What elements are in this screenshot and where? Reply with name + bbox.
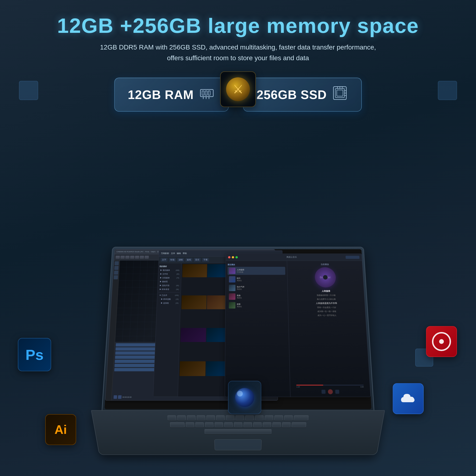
cloud-icon — [393, 383, 424, 414]
category-folder: ▶ 文件夹 (80) — [159, 272, 180, 276]
photoshop-icon: Ps — [18, 338, 51, 371]
music-list-item: 告白气球 周杰伦 — [227, 284, 286, 292]
music-content: 最近播放 人间值得 中岛美嘉 晴 — [225, 261, 370, 397]
toolbar-btn-wide — [135, 255, 139, 259]
key — [167, 415, 176, 420]
search-bar — [346, 255, 360, 259]
ps-logo-text: Ps — [25, 346, 44, 363]
key-row-1 — [100, 415, 376, 420]
lol-orb: ⚔ — [226, 77, 250, 101]
track-info: 告白气球 周杰伦 — [237, 286, 284, 290]
key — [255, 415, 263, 420]
subtitle-btn: 字幕 — [202, 258, 209, 262]
lyrics-panel: 我愿做你怀里一只小猫 偷入你梦中小小的心跳 人间值得是因为不学乖 而有一天会遇见… — [290, 293, 367, 385]
lyric-line: 成为一心一意守护的人 — [291, 313, 363, 318]
toolbar-btn — [116, 255, 120, 259]
key — [234, 422, 242, 427]
music-title-bar-text: 网易云音乐 — [239, 256, 344, 259]
lyric-line: 我愿做你怀里一只小猫 — [290, 293, 362, 297]
track-info: 晴天 周杰伦 — [237, 277, 284, 282]
album-header: 当前播放 — [289, 263, 360, 266]
key — [216, 415, 225, 420]
lyric-line-active: 人间值得是因为不学乖 — [290, 301, 362, 305]
play-pause-btn — [328, 389, 333, 394]
key — [253, 422, 262, 427]
music-cover: Graceful — [314, 267, 336, 288]
current-track-title: 人间值得 — [322, 290, 330, 292]
illustrator-icon: Ai — [45, 414, 76, 445]
music-list-item: 稻香 周杰伦 — [227, 301, 286, 309]
album-art — [229, 302, 235, 308]
key — [245, 415, 254, 420]
key — [274, 415, 283, 420]
key-space — [204, 429, 271, 434]
music-player: 当前播放 Graceful 人间值得 我愿做你怀里一只小猫 偷入你梦中小小的心跳… — [287, 261, 371, 397]
toolbar-btn — [144, 255, 149, 259]
music-titlebar: 网易云音乐 — [226, 254, 362, 261]
track-title: 告白气球 — [237, 286, 284, 288]
key-row-3 — [102, 429, 374, 434]
ssd-label: 256GB SSD — [256, 87, 327, 102]
key — [262, 422, 271, 427]
category-photo: ▶ 素材照 — [159, 280, 180, 284]
svg-rect-3 — [208, 91, 210, 95]
track-info: 人间值得 中岛美嘉 — [237, 269, 284, 273]
track-artist: 周杰伦 — [237, 297, 284, 299]
progress-fill — [296, 385, 323, 386]
music-btn: 音乐 — [194, 258, 201, 262]
key — [265, 415, 273, 420]
trackpad — [214, 439, 262, 450]
key — [186, 422, 194, 427]
cinema-title-text: CINEMA 4D R18/R20 Studio (RC - R19) · Ob… — [116, 251, 161, 253]
ai-logo-text: Ai — [54, 423, 67, 437]
category-sub1: ▶ 样本选集 (29) — [158, 297, 179, 301]
key — [284, 415, 293, 420]
lyric-line: 偷入你梦中小小的心跳 — [290, 297, 362, 301]
svg-rect-9 — [337, 90, 343, 96]
key — [195, 422, 204, 427]
netease-inner — [439, 339, 444, 344]
playback-controls — [321, 389, 339, 394]
key-row-2 — [101, 422, 375, 427]
netease-circle — [432, 332, 451, 351]
music-sidebar: 最近播放 人间值得 中岛美嘉 晴 — [225, 261, 290, 397]
music-list-item: 晴天 周杰伦 — [227, 275, 286, 284]
album-art — [229, 285, 236, 291]
prev-btn — [321, 390, 325, 394]
ram-card: 12GB RAM — [114, 78, 229, 112]
svg-rect-1 — [202, 91, 204, 95]
thumb — [180, 328, 206, 342]
key — [224, 422, 233, 427]
subtitle-line2: offers sufficient room to store your fil… — [167, 54, 309, 62]
lyric-line: 成为我一生一段一首歌 — [290, 309, 363, 313]
time-labels: 1:15 3:20 — [296, 386, 364, 388]
stop-btn — [118, 395, 122, 399]
play-btn — [114, 395, 117, 399]
key — [177, 415, 186, 420]
category-local: ▶ 项目媒体 (888) — [159, 269, 180, 272]
next-btn — [335, 390, 339, 394]
ram-icon — [199, 85, 215, 104]
ram-label: 12GB RAM — [128, 87, 194, 102]
key — [226, 415, 235, 420]
track-title: 夜曲 — [237, 294, 284, 297]
toolbar-btn — [125, 255, 130, 259]
lyric-line: 而有一天会遇见一个好 — [290, 306, 363, 310]
ssd-icon — [332, 85, 348, 104]
subtitle: 12GB DDR5 RAM with 256GB SSD, advanced m… — [0, 42, 476, 64]
key — [206, 415, 215, 420]
laptop-keyboard — [91, 410, 385, 455]
netease-icon — [426, 326, 457, 357]
sidebar-icon — [114, 275, 118, 279]
editor-title-text: 万阅影影 文件 编辑 帮助 — [161, 252, 187, 255]
music-list-item: 夜曲 周杰伦 — [227, 292, 286, 301]
thumb — [181, 296, 206, 309]
sidebar-icon — [115, 261, 119, 265]
cover-text: Graceful — [320, 276, 331, 278]
track-artist: 中岛美嘉 — [237, 271, 284, 273]
ssd-card: 256GB SSD — [243, 78, 362, 112]
toolbar-btn — [120, 255, 125, 259]
key-tab — [170, 422, 185, 427]
timecode: 00:00:00:00 — [122, 396, 132, 398]
sticker-btn: 贴纸 — [186, 258, 192, 262]
